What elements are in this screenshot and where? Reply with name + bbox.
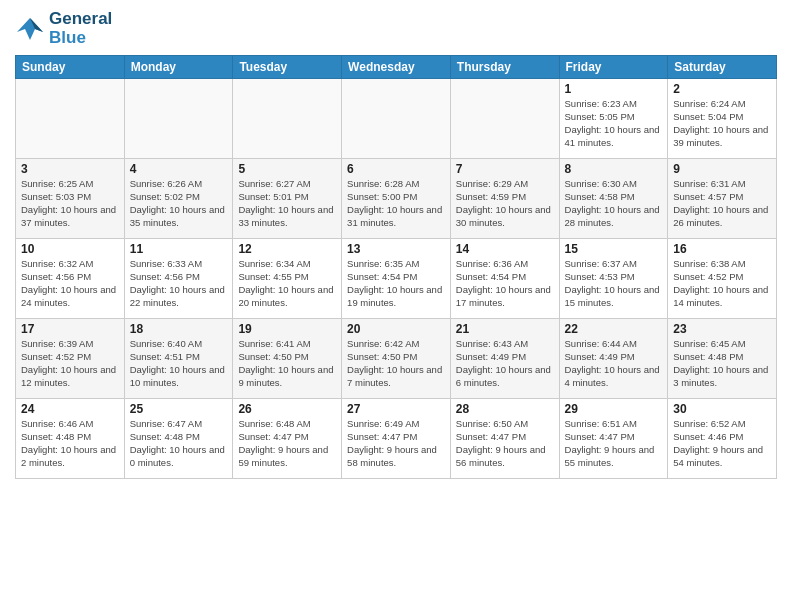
day-number: 14 xyxy=(456,242,554,256)
day-info: Sunrise: 6:29 AM Sunset: 4:59 PM Dayligh… xyxy=(456,178,554,229)
calendar-header-friday: Friday xyxy=(559,56,668,79)
calendar-day-16: 16Sunrise: 6:38 AM Sunset: 4:52 PM Dayli… xyxy=(668,239,777,319)
day-info: Sunrise: 6:39 AM Sunset: 4:52 PM Dayligh… xyxy=(21,338,119,389)
calendar-day-23: 23Sunrise: 6:45 AM Sunset: 4:48 PM Dayli… xyxy=(668,319,777,399)
day-number: 7 xyxy=(456,162,554,176)
day-number: 16 xyxy=(673,242,771,256)
calendar-day-6: 6Sunrise: 6:28 AM Sunset: 5:00 PM Daylig… xyxy=(342,159,451,239)
day-info: Sunrise: 6:43 AM Sunset: 4:49 PM Dayligh… xyxy=(456,338,554,389)
logo: General Blue xyxy=(15,10,112,47)
day-number: 6 xyxy=(347,162,445,176)
calendar-day-19: 19Sunrise: 6:41 AM Sunset: 4:50 PM Dayli… xyxy=(233,319,342,399)
day-number: 27 xyxy=(347,402,445,416)
calendar-empty xyxy=(124,79,233,159)
day-info: Sunrise: 6:35 AM Sunset: 4:54 PM Dayligh… xyxy=(347,258,445,309)
calendar-day-21: 21Sunrise: 6:43 AM Sunset: 4:49 PM Dayli… xyxy=(450,319,559,399)
calendar-header-saturday: Saturday xyxy=(668,56,777,79)
day-number: 3 xyxy=(21,162,119,176)
day-number: 13 xyxy=(347,242,445,256)
calendar: SundayMondayTuesdayWednesdayThursdayFrid… xyxy=(15,55,777,479)
calendar-day-25: 25Sunrise: 6:47 AM Sunset: 4:48 PM Dayli… xyxy=(124,399,233,479)
day-info: Sunrise: 6:24 AM Sunset: 5:04 PM Dayligh… xyxy=(673,98,771,149)
day-number: 17 xyxy=(21,322,119,336)
day-number: 12 xyxy=(238,242,336,256)
day-info: Sunrise: 6:44 AM Sunset: 4:49 PM Dayligh… xyxy=(565,338,663,389)
calendar-header-monday: Monday xyxy=(124,56,233,79)
calendar-day-5: 5Sunrise: 6:27 AM Sunset: 5:01 PM Daylig… xyxy=(233,159,342,239)
calendar-week-2: 3Sunrise: 6:25 AM Sunset: 5:03 PM Daylig… xyxy=(16,159,777,239)
day-info: Sunrise: 6:32 AM Sunset: 4:56 PM Dayligh… xyxy=(21,258,119,309)
calendar-day-9: 9Sunrise: 6:31 AM Sunset: 4:57 PM Daylig… xyxy=(668,159,777,239)
calendar-day-14: 14Sunrise: 6:36 AM Sunset: 4:54 PM Dayli… xyxy=(450,239,559,319)
calendar-day-15: 15Sunrise: 6:37 AM Sunset: 4:53 PM Dayli… xyxy=(559,239,668,319)
day-number: 1 xyxy=(565,82,663,96)
day-number: 9 xyxy=(673,162,771,176)
calendar-week-3: 10Sunrise: 6:32 AM Sunset: 4:56 PM Dayli… xyxy=(16,239,777,319)
day-info: Sunrise: 6:30 AM Sunset: 4:58 PM Dayligh… xyxy=(565,178,663,229)
calendar-day-13: 13Sunrise: 6:35 AM Sunset: 4:54 PM Dayli… xyxy=(342,239,451,319)
calendar-day-20: 20Sunrise: 6:42 AM Sunset: 4:50 PM Dayli… xyxy=(342,319,451,399)
day-number: 20 xyxy=(347,322,445,336)
calendar-header-sunday: Sunday xyxy=(16,56,125,79)
calendar-day-26: 26Sunrise: 6:48 AM Sunset: 4:47 PM Dayli… xyxy=(233,399,342,479)
day-number: 24 xyxy=(21,402,119,416)
day-number: 11 xyxy=(130,242,228,256)
day-info: Sunrise: 6:47 AM Sunset: 4:48 PM Dayligh… xyxy=(130,418,228,469)
calendar-week-1: 1Sunrise: 6:23 AM Sunset: 5:05 PM Daylig… xyxy=(16,79,777,159)
header: General Blue xyxy=(15,10,777,47)
day-info: Sunrise: 6:52 AM Sunset: 4:46 PM Dayligh… xyxy=(673,418,771,469)
day-number: 29 xyxy=(565,402,663,416)
day-number: 19 xyxy=(238,322,336,336)
calendar-day-28: 28Sunrise: 6:50 AM Sunset: 4:47 PM Dayli… xyxy=(450,399,559,479)
calendar-week-5: 24Sunrise: 6:46 AM Sunset: 4:48 PM Dayli… xyxy=(16,399,777,479)
day-info: Sunrise: 6:41 AM Sunset: 4:50 PM Dayligh… xyxy=(238,338,336,389)
logo-icon xyxy=(15,14,45,44)
calendar-header-thursday: Thursday xyxy=(450,56,559,79)
calendar-day-7: 7Sunrise: 6:29 AM Sunset: 4:59 PM Daylig… xyxy=(450,159,559,239)
calendar-header-wednesday: Wednesday xyxy=(342,56,451,79)
calendar-day-18: 18Sunrise: 6:40 AM Sunset: 4:51 PM Dayli… xyxy=(124,319,233,399)
day-info: Sunrise: 6:34 AM Sunset: 4:55 PM Dayligh… xyxy=(238,258,336,309)
day-info: Sunrise: 6:31 AM Sunset: 4:57 PM Dayligh… xyxy=(673,178,771,229)
day-number: 28 xyxy=(456,402,554,416)
day-number: 26 xyxy=(238,402,336,416)
day-number: 21 xyxy=(456,322,554,336)
logo-text: General Blue xyxy=(49,10,112,47)
calendar-header-row: SundayMondayTuesdayWednesdayThursdayFrid… xyxy=(16,56,777,79)
page: General Blue SundayMondayTuesdayWednesda… xyxy=(0,0,792,612)
calendar-empty xyxy=(450,79,559,159)
day-number: 2 xyxy=(673,82,771,96)
day-info: Sunrise: 6:26 AM Sunset: 5:02 PM Dayligh… xyxy=(130,178,228,229)
day-number: 23 xyxy=(673,322,771,336)
calendar-day-10: 10Sunrise: 6:32 AM Sunset: 4:56 PM Dayli… xyxy=(16,239,125,319)
day-info: Sunrise: 6:38 AM Sunset: 4:52 PM Dayligh… xyxy=(673,258,771,309)
day-number: 10 xyxy=(21,242,119,256)
calendar-day-8: 8Sunrise: 6:30 AM Sunset: 4:58 PM Daylig… xyxy=(559,159,668,239)
day-number: 15 xyxy=(565,242,663,256)
day-number: 25 xyxy=(130,402,228,416)
day-info: Sunrise: 6:25 AM Sunset: 5:03 PM Dayligh… xyxy=(21,178,119,229)
day-info: Sunrise: 6:51 AM Sunset: 4:47 PM Dayligh… xyxy=(565,418,663,469)
day-number: 4 xyxy=(130,162,228,176)
day-info: Sunrise: 6:50 AM Sunset: 4:47 PM Dayligh… xyxy=(456,418,554,469)
day-info: Sunrise: 6:36 AM Sunset: 4:54 PM Dayligh… xyxy=(456,258,554,309)
calendar-empty xyxy=(16,79,125,159)
day-info: Sunrise: 6:46 AM Sunset: 4:48 PM Dayligh… xyxy=(21,418,119,469)
calendar-day-4: 4Sunrise: 6:26 AM Sunset: 5:02 PM Daylig… xyxy=(124,159,233,239)
calendar-header-tuesday: Tuesday xyxy=(233,56,342,79)
day-info: Sunrise: 6:23 AM Sunset: 5:05 PM Dayligh… xyxy=(565,98,663,149)
day-number: 5 xyxy=(238,162,336,176)
calendar-day-17: 17Sunrise: 6:39 AM Sunset: 4:52 PM Dayli… xyxy=(16,319,125,399)
calendar-day-1: 1Sunrise: 6:23 AM Sunset: 5:05 PM Daylig… xyxy=(559,79,668,159)
calendar-day-11: 11Sunrise: 6:33 AM Sunset: 4:56 PM Dayli… xyxy=(124,239,233,319)
calendar-day-24: 24Sunrise: 6:46 AM Sunset: 4:48 PM Dayli… xyxy=(16,399,125,479)
calendar-day-12: 12Sunrise: 6:34 AM Sunset: 4:55 PM Dayli… xyxy=(233,239,342,319)
calendar-day-30: 30Sunrise: 6:52 AM Sunset: 4:46 PM Dayli… xyxy=(668,399,777,479)
day-info: Sunrise: 6:49 AM Sunset: 4:47 PM Dayligh… xyxy=(347,418,445,469)
day-info: Sunrise: 6:42 AM Sunset: 4:50 PM Dayligh… xyxy=(347,338,445,389)
day-info: Sunrise: 6:33 AM Sunset: 4:56 PM Dayligh… xyxy=(130,258,228,309)
day-info: Sunrise: 6:48 AM Sunset: 4:47 PM Dayligh… xyxy=(238,418,336,469)
day-info: Sunrise: 6:37 AM Sunset: 4:53 PM Dayligh… xyxy=(565,258,663,309)
calendar-day-29: 29Sunrise: 6:51 AM Sunset: 4:47 PM Dayli… xyxy=(559,399,668,479)
day-number: 30 xyxy=(673,402,771,416)
